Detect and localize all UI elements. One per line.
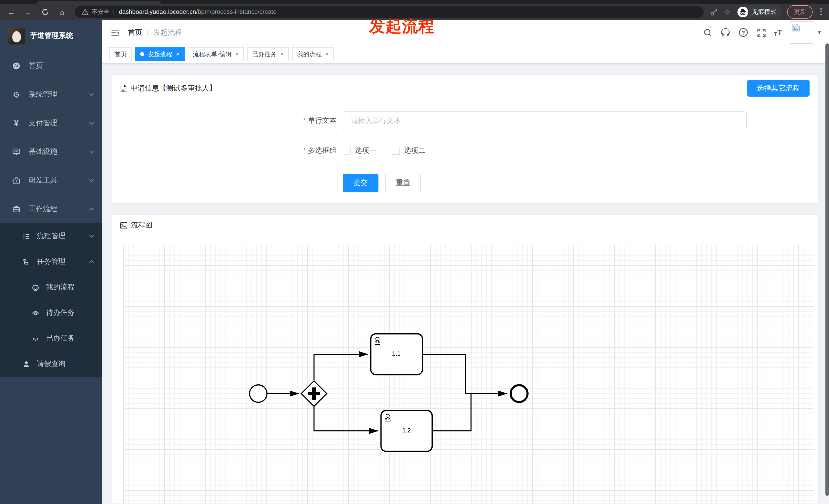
start-event[interactable] xyxy=(250,385,267,402)
browser-menu-icon[interactable] xyxy=(818,8,824,15)
github-icon[interactable] xyxy=(720,27,730,38)
sidebar-item-process-mgmt[interactable]: 流程管理 xyxy=(0,223,102,249)
browser-tabstrip xyxy=(0,0,829,4)
required-asterisk: * xyxy=(303,116,306,124)
reset-button[interactable]: 重置 xyxy=(385,174,421,192)
font-size-icon[interactable]: TT xyxy=(774,28,782,37)
card-title: 流程图 xyxy=(131,221,152,230)
sidebar: 芋道管理系统 首页 ⚙ 系统管理 ¥ 支付管理 xyxy=(0,20,102,504)
single-line-text-input[interactable] xyxy=(343,111,747,129)
screen: ← → ⌂ 不安全 dashboard.yudao.iocoder.cn/bpm… xyxy=(0,0,829,504)
tab-form-edit[interactable]: 流程表单-编辑× xyxy=(188,47,244,61)
annotation-text: 发起流程 xyxy=(369,16,435,37)
checkbox-option-1[interactable]: 选项一 xyxy=(343,146,376,155)
scrollbar-thumb[interactable] xyxy=(825,43,829,496)
sidebar-item-payment[interactable]: ¥ 支付管理 xyxy=(0,109,102,138)
help-icon[interactable]: ? xyxy=(738,27,749,38)
close-icon[interactable]: × xyxy=(235,51,239,58)
text-field-row: *单行文本 xyxy=(111,111,818,129)
sidebar-item-my-process[interactable]: 我的流程 xyxy=(0,274,102,300)
card-header: 流程图 xyxy=(111,215,818,236)
sidebar-item-infra[interactable]: 基础设施 xyxy=(0,138,102,166)
tab-start-process[interactable]: 发起流程× xyxy=(135,47,185,61)
url-separator xyxy=(113,8,114,15)
tree-icon xyxy=(21,258,32,266)
field-label: *单行文本 xyxy=(111,116,336,125)
sidebar-item-label: 系统管理 xyxy=(29,90,57,99)
toolbox-icon xyxy=(10,176,23,185)
sidebar-item-label: 基础设施 xyxy=(29,147,57,156)
fullscreen-icon[interactable] xyxy=(756,27,766,38)
close-icon[interactable]: × xyxy=(176,51,180,58)
eye-open-icon xyxy=(30,309,41,317)
sidebar-item-done-tasks[interactable]: 已办任务 xyxy=(0,325,102,351)
tab-home[interactable]: 首页 xyxy=(109,47,132,61)
close-icon[interactable]: × xyxy=(280,51,284,58)
monitor-icon xyxy=(10,148,23,156)
chevron-down-icon xyxy=(89,93,94,96)
user-icon xyxy=(21,360,32,368)
process-diagram-card: 流程图 xyxy=(111,215,818,504)
broken-image-icon xyxy=(791,23,801,32)
gear-icon: ⚙ xyxy=(10,90,23,100)
submit-button[interactable]: 提交 xyxy=(343,174,379,192)
sidebar-item-devtools[interactable]: 研发工具 xyxy=(0,166,102,195)
sidebar-item-home[interactable]: 首页 xyxy=(0,52,102,80)
forward-icon[interactable]: → xyxy=(22,6,34,18)
sidebar-item-system[interactable]: ⚙ 系统管理 xyxy=(0,80,102,109)
search-icon[interactable] xyxy=(702,27,713,38)
sidebar-item-label: 首页 xyxy=(29,61,43,71)
user-task-1-1[interactable]: 1.1 xyxy=(371,334,423,375)
sidebar-item-leave-query[interactable]: 请假查询 xyxy=(0,351,102,377)
home-icon[interactable]: ⌂ xyxy=(56,6,68,18)
caret-down-icon[interactable]: ▾ xyxy=(818,29,821,36)
svg-text:?: ? xyxy=(742,30,745,36)
apply-info-card: 申请信息【测试多审批人】 选择其它流程 *单行文本 *多选框组 xyxy=(111,74,818,203)
checkbox-group: 选项一 选项二 xyxy=(343,146,426,155)
avatar[interactable] xyxy=(790,21,814,44)
reload-icon[interactable] xyxy=(39,6,51,18)
sidebar-item-workflow[interactable]: 工作流程 xyxy=(0,195,102,223)
tags-view: 首页 发起流程× 流程表单-编辑× 已办任务× 我的流程× xyxy=(102,45,829,64)
required-asterisk: * xyxy=(303,146,306,154)
chevron-up-icon xyxy=(89,260,94,263)
parallel-gateway[interactable] xyxy=(301,381,327,406)
sidebar-item-label: 请假查询 xyxy=(37,359,66,369)
breadcrumb-current: 发起流程 xyxy=(153,28,182,37)
sidebar-item-label: 研发工具 xyxy=(29,176,57,185)
tab-my-process[interactable]: 我的流程× xyxy=(292,47,334,61)
task-label: 1.1 xyxy=(392,350,400,357)
sidebar-logo[interactable]: 芋道管理系统 xyxy=(0,20,102,52)
sidebar-item-task-mgmt[interactable]: 任务管理 xyxy=(0,249,102,274)
update-button[interactable]: 更新 xyxy=(787,5,813,18)
checkbox-icon[interactable] xyxy=(392,147,400,155)
breadcrumb-home[interactable]: 首页 xyxy=(128,28,142,37)
field-label: *多选框组 xyxy=(111,146,336,155)
bpmn-diagram: 1.1 1.2 xyxy=(123,245,815,504)
chevron-up-icon xyxy=(89,207,94,210)
app-window: 芋道管理系统 首页 ⚙ 系统管理 ¥ 支付管理 xyxy=(0,20,829,504)
user-task-1-2[interactable]: 1.2 xyxy=(381,411,432,451)
main-area: 首页 / 发起流程 ? xyxy=(102,20,829,504)
key-icon[interactable] xyxy=(710,7,719,16)
sidebar-collapse-icon[interactable] xyxy=(110,28,120,37)
security-label: 不安全 xyxy=(92,8,109,15)
back-icon[interactable]: ← xyxy=(5,6,17,18)
flow-task2-to-end xyxy=(432,394,471,431)
bookmark-star-icon[interactable]: ☆ xyxy=(724,8,731,15)
chevron-down-icon xyxy=(89,235,94,238)
close-icon[interactable]: × xyxy=(325,51,329,58)
app-header: 首页 / 发起流程 ? xyxy=(102,20,829,45)
checkbox-field-row: *多选框组 选项一 选项二 xyxy=(111,146,818,155)
sidebar-item-label: 待办任务 xyxy=(46,308,75,317)
checkbox-icon[interactable] xyxy=(343,147,351,155)
tab-done-tasks[interactable]: 已办任务× xyxy=(247,47,289,61)
browser-tab[interactable] xyxy=(36,1,161,4)
workflow-submenu: 流程管理 任务管理 我的流程 xyxy=(0,223,102,377)
end-event[interactable] xyxy=(511,385,528,402)
breadcrumb: 首页 / 发起流程 xyxy=(128,28,182,37)
checkbox-option-2[interactable]: 选项二 xyxy=(392,146,426,155)
sidebar-item-todo-tasks[interactable]: 待办任务 xyxy=(0,300,102,325)
select-other-process-button[interactable]: 选择其它流程 xyxy=(747,80,809,96)
bpmn-canvas[interactable]: 1.1 1.2 xyxy=(123,245,814,504)
